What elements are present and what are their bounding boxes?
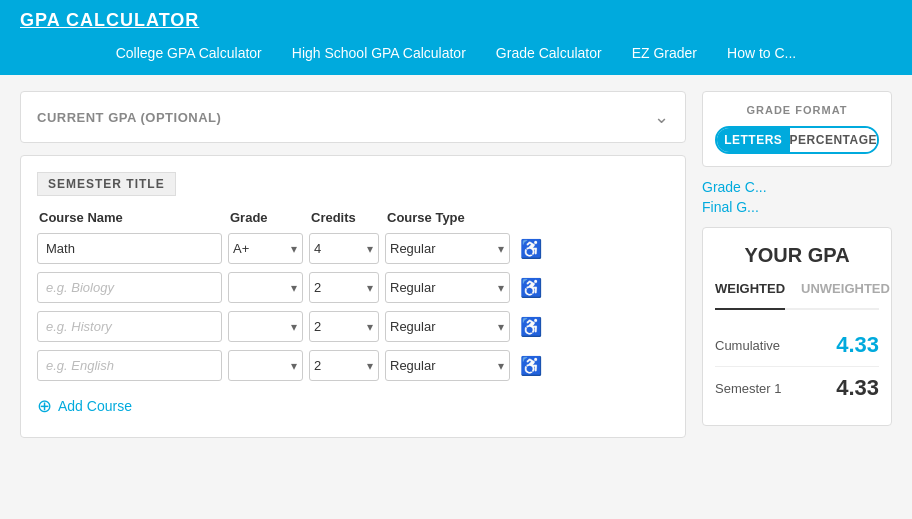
course-header: Course Name Grade Credits Course Type <box>37 210 669 225</box>
letters-format-button[interactable]: LETTERS <box>717 128 790 152</box>
course-name-input-2[interactable] <box>37 272 222 303</box>
sidebar-link-final[interactable]: Final G... <box>702 199 892 215</box>
semester-value: 4.33 <box>836 375 879 401</box>
site-title[interactable]: GPA CALCULATOR <box>20 10 199 30</box>
top-header: GPA CALCULATOR <box>0 0 912 41</box>
gpa-result-box: YOUR GPA WEIGHTED UNWEIGHTED Cumulative … <box>702 227 892 426</box>
grade-format-box: GRADE FORMAT LETTERS PERCENTAGE <box>702 91 892 167</box>
grade-select-1[interactable]: A+ A A- B+ B <box>228 233 303 264</box>
left-panel: CURRENT GPA (OPTIONAL) ⌄ SEMESTER TITLE … <box>20 91 686 438</box>
table-row: A+ A 1 2 3 4 Regular Honors <box>37 272 669 303</box>
plus-circle-icon: ⊕ <box>37 395 52 417</box>
course-name-input-1[interactable] <box>37 233 222 264</box>
credits-select-wrapper-3: 1 2 3 4 <box>309 311 379 342</box>
add-course-button[interactable]: ⊕ Add Course <box>37 391 132 421</box>
percentage-format-button[interactable]: PERCENTAGE <box>790 128 877 152</box>
nav-bar: College GPA Calculator High School GPA C… <box>0 41 912 75</box>
credits-select-4[interactable]: 1 2 3 4 <box>309 350 379 381</box>
col-remove <box>518 210 548 225</box>
main-content: CURRENT GPA (OPTIONAL) ⌄ SEMESTER TITLE … <box>0 75 912 454</box>
grade-format-toggle: LETTERS PERCENTAGE <box>715 126 879 154</box>
cumulative-value: 4.33 <box>836 332 879 358</box>
grade-select-2[interactable]: A+ A <box>228 272 303 303</box>
grade-select-wrapper-1: A+ A A- B+ B <box>228 233 303 264</box>
nav-how-to[interactable]: How to C... <box>727 41 796 65</box>
course-type-select-2[interactable]: Regular Honors AP <box>385 272 510 303</box>
grade-select-4[interactable]: A+ A <box>228 350 303 381</box>
grade-select-wrapper-2: A+ A <box>228 272 303 303</box>
add-course-label: Add Course <box>58 398 132 414</box>
credits-select-3[interactable]: 1 2 3 4 <box>309 311 379 342</box>
col-credits: Credits <box>311 210 381 225</box>
remove-row-1-button[interactable]: ♿ <box>516 238 546 260</box>
course-name-input-4[interactable] <box>37 350 222 381</box>
remove-row-4-button[interactable]: ♿ <box>516 355 546 377</box>
table-row: A+ A A- B+ B 1 2 3 4 5 <box>37 233 669 264</box>
grade-select-wrapper-3: A+ A <box>228 311 303 342</box>
weighted-tab[interactable]: WEIGHTED <box>715 281 785 310</box>
course-type-wrapper-3: Regular Honors AP <box>385 311 510 342</box>
right-panel: GRADE FORMAT LETTERS PERCENTAGE Grade C.… <box>702 91 892 438</box>
chevron-down-icon: ⌄ <box>654 106 669 128</box>
sidebar-link-grade[interactable]: Grade C... <box>702 179 892 195</box>
course-type-wrapper-2: Regular Honors AP <box>385 272 510 303</box>
unweighted-tab[interactable]: UNWEIGHTED <box>801 281 890 300</box>
grade-select-wrapper-4: A+ A <box>228 350 303 381</box>
current-gpa-section[interactable]: CURRENT GPA (OPTIONAL) ⌄ <box>20 91 686 143</box>
col-course-name: Course Name <box>39 210 224 225</box>
semester-gpa-row: Semester 1 4.33 <box>715 367 879 409</box>
course-type-select-3[interactable]: Regular Honors AP <box>385 311 510 342</box>
credits-select-wrapper-4: 1 2 3 4 <box>309 350 379 381</box>
course-type-wrapper-1: Regular Honors AP IB <box>385 233 510 264</box>
grade-select-3[interactable]: A+ A <box>228 311 303 342</box>
credits-select-wrapper-1: 1 2 3 4 5 <box>309 233 379 264</box>
course-name-input-3[interactable] <box>37 311 222 342</box>
nav-grade-calculator[interactable]: Grade Calculator <box>496 41 602 65</box>
course-type-wrapper-4: Regular Honors AP <box>385 350 510 381</box>
nav-ez-grader[interactable]: EZ Grader <box>632 41 697 65</box>
semester-box: SEMESTER TITLE Course Name Grade Credits… <box>20 155 686 438</box>
credits-select-wrapper-2: 1 2 3 4 <box>309 272 379 303</box>
nav-college-gpa[interactable]: College GPA Calculator <box>116 41 262 65</box>
current-gpa-label: CURRENT GPA (OPTIONAL) <box>37 110 221 125</box>
credits-select-2[interactable]: 1 2 3 4 <box>309 272 379 303</box>
grade-format-title: GRADE FORMAT <box>715 104 879 116</box>
cumulative-gpa-row: Cumulative 4.33 <box>715 324 879 367</box>
nav-highschool-gpa[interactable]: High School GPA Calculator <box>292 41 466 65</box>
your-gpa-title: YOUR GPA <box>715 244 879 267</box>
sidebar-links: Grade C... Final G... <box>702 179 892 215</box>
col-grade: Grade <box>230 210 305 225</box>
table-row: A+ A 1 2 3 4 Regular Honors <box>37 311 669 342</box>
credits-select-1[interactable]: 1 2 3 4 5 <box>309 233 379 264</box>
cumulative-label: Cumulative <box>715 338 780 353</box>
course-type-select-4[interactable]: Regular Honors AP <box>385 350 510 381</box>
weighted-tabs: WEIGHTED UNWEIGHTED <box>715 281 879 310</box>
remove-row-3-button[interactable]: ♿ <box>516 316 546 338</box>
remove-row-2-button[interactable]: ♿ <box>516 277 546 299</box>
table-row: A+ A 1 2 3 4 Regular Honors <box>37 350 669 381</box>
course-type-select-1[interactable]: Regular Honors AP IB <box>385 233 510 264</box>
semester-label: Semester 1 <box>715 381 781 396</box>
col-course-type: Course Type <box>387 210 512 225</box>
semester-title: SEMESTER TITLE <box>37 172 176 196</box>
